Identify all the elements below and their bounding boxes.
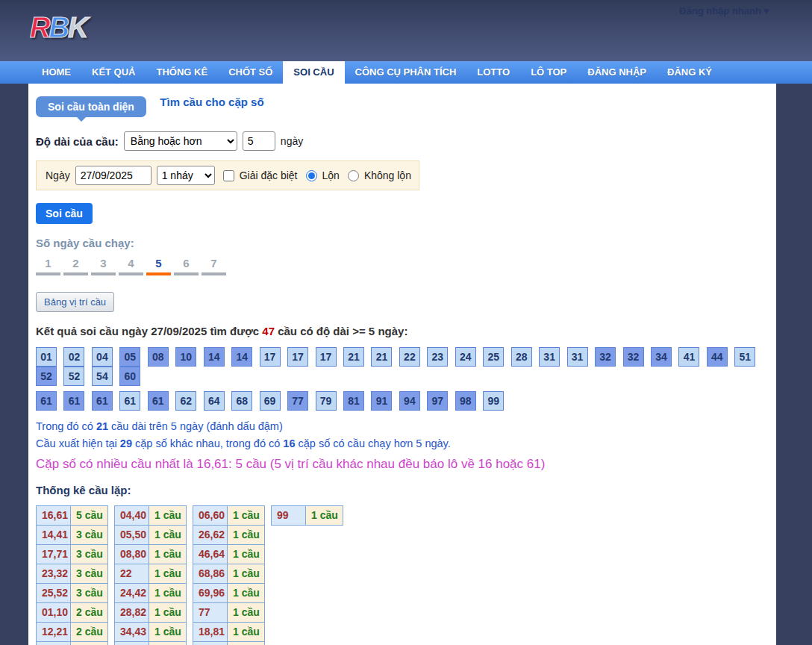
number-chip[interactable]: 61 bbox=[36, 391, 57, 411]
day-option[interactable]: 4 bbox=[119, 257, 143, 275]
length-value-input[interactable] bbox=[243, 131, 275, 151]
number-chip[interactable]: 44 bbox=[707, 347, 728, 367]
count-cell: 3 cầu bbox=[71, 584, 107, 602]
khong-lon-radio[interactable] bbox=[348, 170, 359, 181]
number-chip[interactable]: 99 bbox=[483, 391, 504, 411]
number-chip[interactable]: 98 bbox=[455, 391, 476, 411]
number-chip[interactable]: 02 bbox=[63, 347, 84, 367]
day-underline bbox=[119, 272, 143, 275]
count-cell: 1 cầu bbox=[149, 564, 186, 583]
number-chip[interactable]: 51 bbox=[734, 347, 755, 367]
nav-item[interactable]: CÔNG CỤ PHÂN TÍCH bbox=[345, 61, 467, 84]
number-chip[interactable]: 10 bbox=[175, 347, 196, 367]
number-chip[interactable]: 61 bbox=[148, 391, 169, 411]
number-chip[interactable]: 31 bbox=[567, 347, 588, 367]
number-chip[interactable]: 60 bbox=[119, 367, 140, 386]
result-heading-prefix: Kết quả soi cầu ngày 27/09/2025 tìm được bbox=[36, 325, 262, 337]
day-option[interactable]: 5 bbox=[146, 257, 171, 275]
number-chip[interactable]: 01 bbox=[36, 347, 57, 367]
number-chip[interactable]: 08 bbox=[148, 347, 169, 367]
number-chip[interactable]: 91 bbox=[371, 391, 392, 411]
number-chip[interactable]: 31 bbox=[539, 347, 560, 367]
stat-row: 14,41 3 cầu bbox=[37, 525, 107, 544]
nav-item[interactable]: LÔ TOP bbox=[520, 61, 577, 84]
stat-row: 01,10 2 cầu bbox=[37, 602, 107, 622]
day-underline bbox=[63, 272, 88, 275]
quick-login-dropdown[interactable]: Đăng nhập nhanh ▾ bbox=[679, 5, 769, 16]
number-chip[interactable]: 81 bbox=[343, 391, 364, 411]
number-chip[interactable]: 14 bbox=[204, 347, 225, 367]
number-chip[interactable]: 54 bbox=[92, 367, 113, 386]
nav-item[interactable]: ĐĂNG KÝ bbox=[657, 61, 722, 84]
page: RBK Đăng nhập nhanh ▾ HOME KẾT QUẢ THỐNG… bbox=[0, 0, 812, 645]
count-cell: 3 cầu bbox=[71, 545, 107, 564]
number-chip[interactable]: 17 bbox=[316, 347, 337, 367]
pair-cell: 05,50 bbox=[115, 526, 149, 544]
number-chip[interactable]: 32 bbox=[623, 347, 644, 367]
number-chip[interactable]: 22 bbox=[399, 347, 420, 367]
day-option[interactable]: 6 bbox=[174, 257, 199, 275]
length-comparison-select[interactable]: Bằng hoặc hơn bbox=[124, 131, 237, 151]
soi-cau-button[interactable]: Soi cầu bbox=[36, 203, 93, 224]
note-long-bridges: Trong đó có 21 cầu dài trên 5 ngày (đánh… bbox=[36, 420, 776, 432]
number-chip[interactable]: 64 bbox=[204, 391, 225, 411]
tab-tim-cau-cho-cap-so[interactable]: Tìm cầu cho cặp số bbox=[160, 96, 263, 108]
number-chip[interactable]: 04 bbox=[92, 347, 113, 367]
day-option[interactable]: 3 bbox=[91, 257, 116, 275]
lon-radio[interactable] bbox=[306, 170, 317, 181]
number-chip[interactable]: 61 bbox=[63, 391, 84, 411]
number-chip[interactable]: 32 bbox=[595, 347, 616, 367]
day-option[interactable]: 7 bbox=[202, 257, 226, 275]
nav-item[interactable]: HOME bbox=[31, 61, 81, 84]
nav-item[interactable]: LOTTO bbox=[466, 61, 520, 84]
day-option[interactable]: 2 bbox=[63, 257, 88, 275]
bang-vi-tri-cau-button[interactable]: Bảng vị trí cầu bbox=[36, 292, 114, 312]
number-chip[interactable]: 79 bbox=[316, 391, 337, 411]
date-input[interactable] bbox=[75, 166, 152, 185]
number-chip[interactable]: 17 bbox=[287, 347, 308, 367]
site-logo[interactable]: RBK bbox=[30, 12, 87, 44]
number-chip[interactable]: 77 bbox=[287, 391, 308, 411]
number-chip[interactable]: 94 bbox=[399, 391, 420, 411]
number-chip[interactable]: 28 bbox=[511, 347, 532, 367]
number-chip[interactable]: 05 bbox=[119, 347, 140, 367]
day-option[interactable]: 1 bbox=[36, 257, 60, 275]
number-chip[interactable]: 25 bbox=[483, 347, 504, 367]
number-chip[interactable]: 68 bbox=[231, 391, 252, 411]
number-chip[interactable]: 21 bbox=[371, 347, 392, 367]
pair-cell: 23,32 bbox=[37, 564, 71, 583]
number-chip[interactable]: 17 bbox=[260, 347, 281, 367]
flash-count-select[interactable]: 1 nháy bbox=[157, 166, 215, 185]
number-chip[interactable]: 34 bbox=[651, 347, 672, 367]
stats-table-4: 99 1 cầu bbox=[271, 505, 343, 526]
number-chip[interactable]: 62 bbox=[175, 391, 196, 411]
number-chip[interactable]: 97 bbox=[427, 391, 448, 411]
day-underline bbox=[36, 272, 60, 275]
special-prize-checkbox[interactable] bbox=[223, 170, 234, 181]
nav-item[interactable]: SOI CẦU bbox=[283, 58, 344, 84]
nav-item[interactable]: THỐNG KÊ bbox=[146, 61, 219, 84]
number-chip[interactable]: 14 bbox=[231, 347, 252, 367]
day-underline bbox=[91, 272, 116, 275]
day-number: 6 bbox=[183, 257, 189, 269]
number-chip[interactable]: 21 bbox=[343, 347, 364, 367]
count-cell: 1 cầu bbox=[228, 564, 264, 583]
count-cell: 2 cầu bbox=[71, 642, 107, 645]
number-chip[interactable]: 41 bbox=[678, 347, 699, 367]
nav-item[interactable]: KẾT QUẢ bbox=[81, 61, 146, 84]
stat-row: 22 1 cầu bbox=[115, 564, 186, 583]
stat-row: 17,71 3 cầu bbox=[37, 544, 107, 564]
number-chip[interactable]: 61 bbox=[119, 391, 140, 411]
pair-cell: 19,91 bbox=[193, 642, 228, 645]
number-chip[interactable]: 69 bbox=[260, 391, 281, 411]
nav-item[interactable]: CHỐT SỐ bbox=[218, 61, 283, 84]
note-pairs: Cầu xuất hiện tại 29 cặp số khác nhau, t… bbox=[36, 437, 776, 449]
number-chip[interactable]: 52 bbox=[36, 367, 57, 386]
tab-soi-cau-toan-dien[interactable]: Soi cầu toàn diện bbox=[36, 96, 146, 117]
number-chip[interactable]: 23 bbox=[427, 347, 448, 367]
nav-item[interactable]: ĐĂNG NHẬP bbox=[577, 61, 657, 84]
number-chip[interactable]: 52 bbox=[63, 367, 84, 386]
number-chip[interactable]: 61 bbox=[92, 391, 113, 411]
pair-cell: 08,80 bbox=[115, 545, 149, 564]
number-chip[interactable]: 24 bbox=[455, 347, 476, 367]
